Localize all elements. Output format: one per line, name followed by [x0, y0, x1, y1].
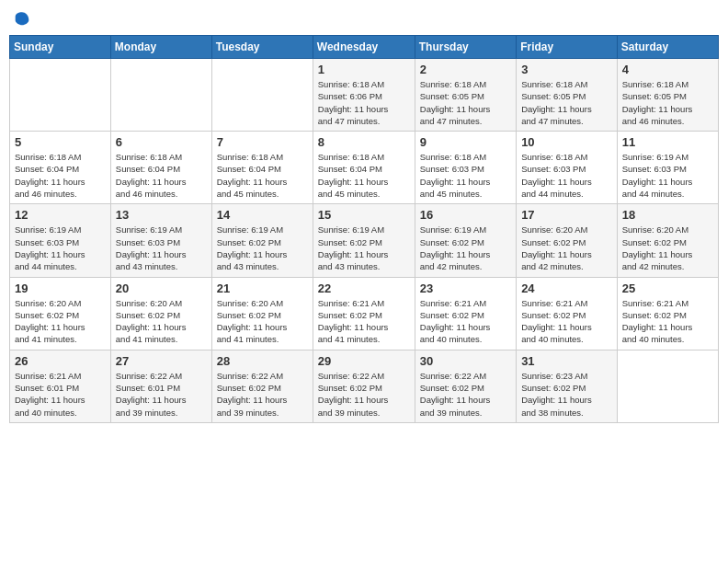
- calendar-cell: [10, 59, 111, 132]
- day-info: Sunrise: 6:20 AM Sunset: 6:02 PM Dayligh…: [622, 224, 713, 272]
- day-info: Sunrise: 6:21 AM Sunset: 6:02 PM Dayligh…: [420, 297, 511, 346]
- header: [9, 9, 719, 28]
- day-number: 16: [420, 208, 511, 222]
- day-info: Sunrise: 6:18 AM Sunset: 6:04 PM Dayligh…: [15, 151, 106, 200]
- col-header-friday: Friday: [517, 36, 618, 59]
- calendar-cell: 2Sunrise: 6:18 AM Sunset: 6:05 PM Daylig…: [415, 59, 516, 132]
- calendar-cell: 14Sunrise: 6:19 AM Sunset: 6:02 PM Dayli…: [211, 204, 313, 277]
- col-header-thursday: Thursday: [415, 36, 516, 59]
- day-number: 17: [521, 208, 612, 222]
- calendar-week-row: 12Sunrise: 6:19 AM Sunset: 6:03 PM Dayli…: [10, 204, 719, 277]
- day-number: 29: [318, 354, 410, 368]
- day-info: Sunrise: 6:18 AM Sunset: 6:06 PM Dayligh…: [318, 78, 410, 127]
- col-header-saturday: Saturday: [617, 36, 718, 59]
- calendar-cell: 26Sunrise: 6:21 AM Sunset: 6:01 PM Dayli…: [10, 350, 111, 422]
- day-number: 24: [521, 282, 612, 295]
- day-info: Sunrise: 6:18 AM Sunset: 6:04 PM Dayligh…: [217, 151, 308, 200]
- day-number: 28: [217, 354, 308, 368]
- day-number: 6: [116, 135, 207, 149]
- day-info: Sunrise: 6:22 AM Sunset: 6:02 PM Dayligh…: [318, 370, 410, 419]
- calendar-cell: 27Sunrise: 6:22 AM Sunset: 6:01 PM Dayli…: [110, 350, 211, 422]
- day-number: 18: [622, 208, 713, 222]
- calendar-cell: 5Sunrise: 6:18 AM Sunset: 6:04 PM Daylig…: [10, 132, 111, 204]
- calendar-cell: 9Sunrise: 6:18 AM Sunset: 6:03 PM Daylig…: [415, 132, 516, 204]
- calendar-cell: [110, 59, 211, 132]
- calendar-cell: 11Sunrise: 6:19 AM Sunset: 6:03 PM Dayli…: [617, 132, 718, 204]
- day-number: 3: [521, 63, 612, 76]
- calendar-cell: 25Sunrise: 6:21 AM Sunset: 6:02 PM Dayli…: [617, 277, 718, 350]
- calendar-cell: [617, 350, 718, 422]
- calendar-week-row: 19Sunrise: 6:20 AM Sunset: 6:02 PM Dayli…: [10, 277, 719, 350]
- calendar-cell: 24Sunrise: 6:21 AM Sunset: 6:02 PM Dayli…: [517, 277, 618, 350]
- col-header-sunday: Sunday: [10, 36, 111, 59]
- day-info: Sunrise: 6:22 AM Sunset: 6:01 PM Dayligh…: [116, 370, 207, 419]
- logo: [13, 9, 35, 28]
- col-header-wednesday: Wednesday: [313, 36, 415, 59]
- day-info: Sunrise: 6:20 AM Sunset: 6:02 PM Dayligh…: [521, 224, 612, 272]
- calendar-cell: 6Sunrise: 6:18 AM Sunset: 6:04 PM Daylig…: [110, 132, 211, 204]
- day-info: Sunrise: 6:19 AM Sunset: 6:02 PM Dayligh…: [420, 224, 511, 272]
- calendar-cell: 30Sunrise: 6:22 AM Sunset: 6:02 PM Dayli…: [415, 350, 516, 422]
- day-number: 22: [318, 282, 410, 295]
- day-number: 2: [420, 63, 511, 76]
- day-info: Sunrise: 6:20 AM Sunset: 6:02 PM Dayligh…: [217, 297, 308, 346]
- calendar-cell: 21Sunrise: 6:20 AM Sunset: 6:02 PM Dayli…: [211, 277, 313, 350]
- calendar-week-row: 5Sunrise: 6:18 AM Sunset: 6:04 PM Daylig…: [10, 132, 719, 204]
- day-info: Sunrise: 6:18 AM Sunset: 6:05 PM Dayligh…: [622, 78, 713, 127]
- calendar-week-row: 1Sunrise: 6:18 AM Sunset: 6:06 PM Daylig…: [10, 59, 719, 132]
- calendar-cell: 1Sunrise: 6:18 AM Sunset: 6:06 PM Daylig…: [313, 59, 415, 132]
- calendar-cell: 13Sunrise: 6:19 AM Sunset: 6:03 PM Dayli…: [110, 204, 211, 277]
- day-info: Sunrise: 6:18 AM Sunset: 6:04 PM Dayligh…: [116, 151, 207, 200]
- calendar-cell: [211, 59, 313, 132]
- day-info: Sunrise: 6:18 AM Sunset: 6:05 PM Dayligh…: [420, 78, 511, 127]
- day-info: Sunrise: 6:22 AM Sunset: 6:02 PM Dayligh…: [420, 370, 511, 419]
- col-header-monday: Monday: [110, 36, 211, 59]
- day-number: 4: [622, 63, 713, 76]
- calendar-cell: 18Sunrise: 6:20 AM Sunset: 6:02 PM Dayli…: [617, 204, 718, 277]
- col-header-tuesday: Tuesday: [211, 36, 313, 59]
- calendar-cell: 10Sunrise: 6:18 AM Sunset: 6:03 PM Dayli…: [517, 132, 618, 204]
- day-number: 11: [622, 135, 713, 149]
- calendar-cell: 12Sunrise: 6:19 AM Sunset: 6:03 PM Dayli…: [10, 204, 111, 277]
- day-info: Sunrise: 6:21 AM Sunset: 6:02 PM Dayligh…: [318, 297, 410, 346]
- day-number: 13: [116, 208, 207, 222]
- day-number: 12: [15, 208, 106, 222]
- day-info: Sunrise: 6:21 AM Sunset: 6:01 PM Dayligh…: [15, 370, 106, 419]
- day-info: Sunrise: 6:20 AM Sunset: 6:02 PM Dayligh…: [116, 297, 207, 346]
- day-number: 21: [217, 282, 308, 295]
- day-number: 14: [217, 208, 308, 222]
- day-number: 9: [420, 135, 511, 149]
- calendar-cell: 20Sunrise: 6:20 AM Sunset: 6:02 PM Dayli…: [110, 277, 211, 350]
- day-number: 5: [15, 135, 106, 149]
- day-info: Sunrise: 6:19 AM Sunset: 6:03 PM Dayligh…: [15, 224, 106, 272]
- calendar-cell: 28Sunrise: 6:22 AM Sunset: 6:02 PM Dayli…: [211, 350, 313, 422]
- day-number: 19: [15, 282, 106, 295]
- day-number: 27: [116, 354, 207, 368]
- day-info: Sunrise: 6:19 AM Sunset: 6:02 PM Dayligh…: [217, 224, 308, 272]
- calendar-cell: 22Sunrise: 6:21 AM Sunset: 6:02 PM Dayli…: [313, 277, 415, 350]
- day-number: 1: [318, 63, 410, 76]
- day-info: Sunrise: 6:18 AM Sunset: 6:05 PM Dayligh…: [521, 78, 612, 127]
- calendar-table: SundayMondayTuesdayWednesdayThursdayFrid…: [9, 35, 719, 423]
- day-info: Sunrise: 6:18 AM Sunset: 6:04 PM Dayligh…: [318, 151, 410, 200]
- day-info: Sunrise: 6:22 AM Sunset: 6:02 PM Dayligh…: [217, 370, 308, 419]
- day-number: 20: [116, 282, 207, 295]
- day-number: 10: [521, 135, 612, 149]
- day-number: 8: [318, 135, 410, 149]
- day-number: 26: [15, 354, 106, 368]
- day-number: 23: [420, 282, 511, 295]
- calendar-cell: 19Sunrise: 6:20 AM Sunset: 6:02 PM Dayli…: [10, 277, 111, 350]
- logo-icon: [13, 9, 31, 28]
- calendar-cell: 15Sunrise: 6:19 AM Sunset: 6:02 PM Dayli…: [313, 204, 415, 277]
- calendar-header-row: SundayMondayTuesdayWednesdayThursdayFrid…: [10, 36, 719, 59]
- calendar-cell: 16Sunrise: 6:19 AM Sunset: 6:02 PM Dayli…: [415, 204, 516, 277]
- calendar-cell: 7Sunrise: 6:18 AM Sunset: 6:04 PM Daylig…: [211, 132, 313, 204]
- calendar-cell: 23Sunrise: 6:21 AM Sunset: 6:02 PM Dayli…: [415, 277, 516, 350]
- calendar-cell: 17Sunrise: 6:20 AM Sunset: 6:02 PM Dayli…: [517, 204, 618, 277]
- day-info: Sunrise: 6:19 AM Sunset: 6:03 PM Dayligh…: [116, 224, 207, 272]
- day-info: Sunrise: 6:23 AM Sunset: 6:02 PM Dayligh…: [521, 370, 612, 419]
- day-info: Sunrise: 6:21 AM Sunset: 6:02 PM Dayligh…: [622, 297, 713, 346]
- day-info: Sunrise: 6:18 AM Sunset: 6:03 PM Dayligh…: [420, 151, 511, 200]
- day-info: Sunrise: 6:21 AM Sunset: 6:02 PM Dayligh…: [521, 297, 612, 346]
- calendar-cell: 29Sunrise: 6:22 AM Sunset: 6:02 PM Dayli…: [313, 350, 415, 422]
